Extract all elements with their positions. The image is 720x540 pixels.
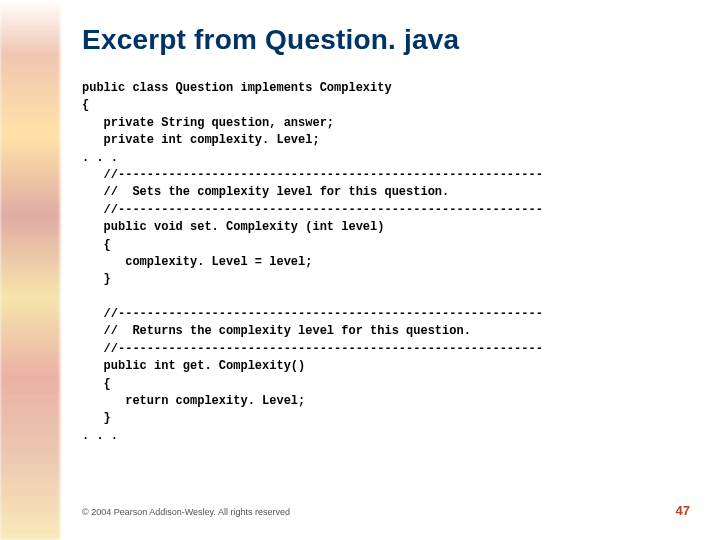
copyright-text: © 2004 Pearson Addison-Wesley. All right… bbox=[82, 507, 290, 517]
page-number: 47 bbox=[676, 503, 690, 518]
slide-content: Excerpt from Question. java public class… bbox=[82, 24, 690, 445]
slide-title: Excerpt from Question. java bbox=[82, 24, 690, 56]
code-excerpt: public class Question implements Complex… bbox=[82, 80, 690, 445]
slide-footer: © 2004 Pearson Addison-Wesley. All right… bbox=[82, 503, 690, 518]
decorative-leaves-strip bbox=[0, 0, 60, 540]
